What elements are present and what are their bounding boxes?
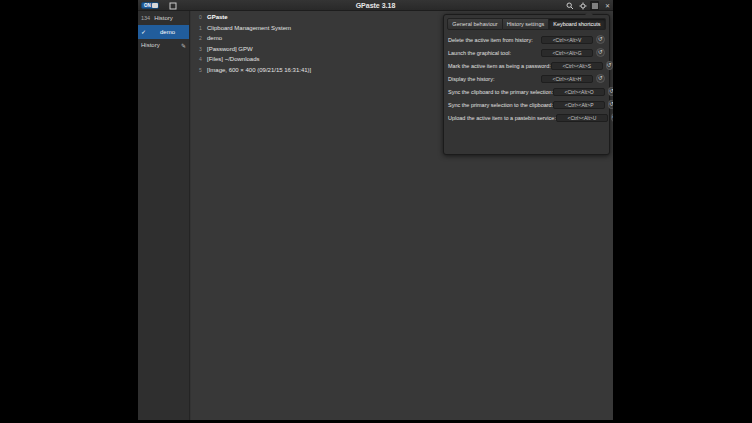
item-index: 2 xyxy=(199,35,203,41)
item-text: [Password] GPW xyxy=(207,46,253,52)
shortcut-row: Sync the primary selection to the clipbo… xyxy=(444,98,609,111)
reset-shortcut-button[interactable]: ↺ xyxy=(596,74,605,83)
sidebar-history-edit-row[interactable]: History ✎ xyxy=(138,39,189,51)
edit-pencil-icon: ✎ xyxy=(181,42,186,49)
shortcut-value-field[interactable] xyxy=(541,49,593,57)
edit-row-label: History xyxy=(141,42,160,48)
shortcut-value-field[interactable] xyxy=(556,114,608,122)
history-count-badge: 134 xyxy=(141,15,150,21)
tab-general-behaviour[interactable]: General behaviour xyxy=(447,18,502,30)
settings-popover: General behaviour History settings Keybo… xyxy=(443,14,610,155)
item-text: [Files] ~/Downloads xyxy=(207,56,260,62)
search-icon xyxy=(566,2,574,10)
shortcut-label: Launch the graphical tool: xyxy=(448,50,541,56)
tab-keyboard-shortcuts[interactable]: Keyboard shortcuts xyxy=(549,18,605,30)
item-index: 5 xyxy=(199,67,203,73)
item-text: GPaste xyxy=(207,14,228,20)
shortcut-row: Upload the active item to a pastebin ser… xyxy=(444,111,609,124)
window-title: GPaste 3.18 xyxy=(138,0,613,11)
tab-history-settings[interactable]: History settings xyxy=(503,18,550,30)
shortcut-label: Display the history: xyxy=(448,76,541,82)
reset-shortcut-button[interactable]: ↺ xyxy=(606,61,613,70)
shortcut-row: Sync the clipboard to the primary select… xyxy=(444,85,609,98)
shortcut-label: Delete the active item from history: xyxy=(448,37,541,43)
shortcut-rows: Delete the active item from history: ↺ L… xyxy=(444,33,609,124)
shortcut-label: Mark the active item as being a password… xyxy=(448,63,551,69)
demo-name-label: demo xyxy=(149,29,186,35)
gpaste-window: ON GPaste 3.18 xyxy=(138,0,613,420)
check-icon: ✓ xyxy=(141,29,146,35)
item-text: Clipboard Management System xyxy=(207,25,291,31)
item-text: [Image, 600 × 400 (09/21/15 16:31:41)] xyxy=(207,67,311,73)
menu-button[interactable] xyxy=(590,1,599,10)
reset-shortcut-button[interactable]: ↺ xyxy=(608,87,613,96)
item-index: 0 xyxy=(199,14,203,20)
popover-arrow xyxy=(585,11,593,15)
settings-button[interactable] xyxy=(578,1,587,10)
sidebar-item-history[interactable]: 134 History xyxy=(138,11,189,25)
close-button[interactable]: ✕ xyxy=(603,1,612,10)
shortcut-label: Sync the clipboard to the primary select… xyxy=(448,89,553,95)
shortcut-row: Delete the active item from history: ↺ xyxy=(444,33,609,46)
shortcut-label: Sync the primary selection to the clipbo… xyxy=(448,102,553,108)
reset-shortcut-button[interactable]: ↺ xyxy=(608,100,613,109)
shortcut-value-field[interactable] xyxy=(553,101,605,109)
menu-icon xyxy=(591,2,599,10)
shortcut-value-field[interactable] xyxy=(551,62,603,70)
headerbar: ON GPaste 3.18 xyxy=(138,0,613,11)
shortcut-row: Display the history: ↺ xyxy=(444,72,609,85)
shortcut-value-field[interactable] xyxy=(541,36,593,44)
search-button[interactable] xyxy=(565,1,574,10)
reset-shortcut-button[interactable]: ↺ xyxy=(611,113,613,122)
item-index: 3 xyxy=(199,46,203,52)
shortcut-row: Mark the active item as being a password… xyxy=(444,59,609,72)
item-text: demo xyxy=(207,35,222,41)
settings-tabs: General behaviour History settings Keybo… xyxy=(444,18,609,30)
gear-icon xyxy=(579,2,587,10)
shortcut-label: Upload the active item to a pastebin ser… xyxy=(448,115,556,121)
sidebar-item-demo[interactable]: ✓ demo xyxy=(138,25,189,39)
shortcut-value-field[interactable] xyxy=(553,88,605,96)
history-sidebar: 134 History ✓ demo History ✎ xyxy=(138,11,190,420)
history-name-label: History xyxy=(154,15,173,21)
reset-shortcut-button[interactable]: ↺ xyxy=(596,35,605,44)
shortcut-value-field[interactable] xyxy=(541,75,593,83)
desktop-background: ON GPaste 3.18 xyxy=(0,0,752,423)
reset-shortcut-button[interactable]: ↺ xyxy=(596,48,605,57)
item-index: 4 xyxy=(199,56,203,62)
item-index: 1 xyxy=(199,25,203,31)
shortcut-row: Launch the graphical tool: ↺ xyxy=(444,46,609,59)
